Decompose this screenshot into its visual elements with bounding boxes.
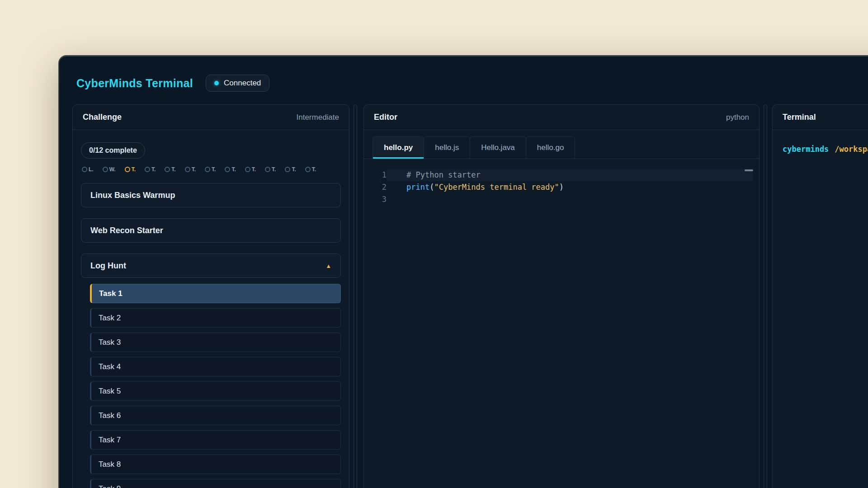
editor-language-label: python: [726, 113, 749, 122]
challenge-panel-header: Challenge Intermediate: [73, 105, 349, 130]
terminal-panel-title: Terminal: [783, 113, 816, 122]
challenge-difficulty-label: Intermediate: [297, 113, 340, 122]
task-list: Task 1Task 2Task 3Task 4Task 5Task 6Task…: [90, 284, 341, 488]
code-editor[interactable]: 1# Python starter2print("CyberMinds term…: [364, 159, 759, 206]
dot-label: T.: [192, 166, 196, 173]
challenge-card[interactable]: Web Recon Starter: [81, 218, 341, 243]
dot-circle-icon: [125, 167, 130, 172]
task-label: Task 5: [99, 387, 121, 396]
editor-panel: Editor python hello.pyhello.jsHello.java…: [363, 104, 760, 488]
dot-circle-icon: [205, 167, 210, 172]
dot-label: W.: [109, 166, 116, 173]
dot-circle-icon: [82, 167, 87, 172]
task-row[interactable]: Task 6: [90, 406, 341, 425]
challenge-card[interactable]: Log Hunt▲: [81, 253, 341, 278]
connection-status-badge: Connected: [206, 75, 269, 92]
challenge-panel-title: Challenge: [83, 113, 122, 122]
panel-resizer-left[interactable]: [354, 104, 357, 488]
code-token: (: [429, 183, 434, 192]
dot-label: T.: [312, 166, 316, 173]
dot-label: T.: [212, 166, 216, 173]
task-row[interactable]: Task 8: [90, 455, 341, 474]
connection-dot-icon: [214, 81, 219, 85]
task-progress-dot[interactable]: T.: [125, 166, 136, 173]
task-row[interactable]: Task 3: [90, 333, 341, 352]
challenge-title: Linux Basics Warmup: [90, 191, 175, 200]
desktop-background: CyberMinds Terminal Connected Challenge …: [0, 0, 868, 488]
task-progress-dot[interactable]: T.: [185, 166, 196, 173]
dot-circle-icon: [103, 167, 108, 172]
line-number: 3: [364, 193, 387, 206]
connection-status-label: Connected: [224, 79, 261, 88]
task-progress-dot[interactable]: T.: [165, 166, 175, 173]
dot-label: L.: [89, 166, 94, 173]
code-text: # Python starter: [387, 169, 753, 181]
task-label: Task 2: [99, 314, 121, 323]
dot-label: T.: [252, 166, 256, 173]
task-progress-dot[interactable]: T.: [245, 166, 256, 173]
editor-panel-header: Editor python: [364, 105, 759, 130]
dot-label: T.: [151, 166, 156, 173]
editor-tab-hello-java[interactable]: Hello.java: [470, 136, 526, 159]
app-header: CyberMinds Terminal Connected: [76, 73, 269, 94]
terminal-prompt-user: cyberminds: [783, 145, 829, 154]
dot-circle-icon: [285, 167, 290, 172]
dot-circle-icon: [265, 167, 270, 172]
code-text: [387, 193, 753, 206]
task-progress-dot[interactable]: T.: [205, 166, 216, 173]
task-label: Task 1: [99, 289, 123, 298]
task-progress-dot[interactable]: T.: [285, 166, 296, 173]
dot-circle-icon: [145, 167, 150, 172]
dot-circle-icon: [245, 167, 250, 172]
line-number: 2: [364, 181, 387, 193]
task-label: Task 9: [99, 484, 121, 488]
dot-label: T.: [292, 166, 296, 173]
challenge-panel-body: 0/12 complete L.W.T.T.T.T.T.T.T.T.T.T. L…: [73, 130, 349, 488]
code-lines: 1# Python starter2print("CyberMinds term…: [364, 169, 759, 206]
editor-tab-hello-go[interactable]: hello.go: [526, 136, 576, 159]
code-line: 2print("CyberMinds terminal ready"): [364, 181, 759, 193]
task-row[interactable]: Task 5: [90, 381, 341, 401]
task-progress-dots: L.W.T.T.T.T.T.T.T.T.T.T.: [81, 166, 341, 173]
terminal-prompt-path: /workspace: [835, 145, 868, 154]
code-line: 1# Python starter: [364, 169, 759, 181]
task-progress-dot[interactable]: T.: [265, 166, 276, 173]
task-row[interactable]: Task 1: [90, 284, 341, 303]
task-label: Task 4: [99, 362, 121, 371]
task-row[interactable]: Task 9: [90, 479, 341, 488]
dot-circle-icon: [225, 167, 230, 172]
task-label: Task 7: [99, 436, 121, 445]
challenge-panel: Challenge Intermediate 0/12 complete L.W…: [72, 104, 349, 488]
task-progress-dot[interactable]: W.: [103, 166, 116, 173]
editor-tab-hello-py[interactable]: hello.py: [373, 136, 424, 159]
dot-label: T.: [171, 166, 175, 173]
terminal-output[interactable]: cyberminds/workspace: [773, 130, 868, 154]
code-token: ): [559, 183, 564, 192]
task-progress-dot[interactable]: L.: [82, 166, 94, 173]
editor-tab-hello-js[interactable]: hello.js: [424, 136, 470, 159]
challenge-title: Web Recon Starter: [90, 226, 163, 235]
task-label: Task 8: [99, 460, 121, 469]
terminal-prompt-line: cyberminds/workspace: [783, 145, 868, 154]
editor-panel-title: Editor: [374, 113, 397, 122]
code-token: "CyberMinds terminal ready": [434, 183, 559, 192]
task-row[interactable]: Task 2: [90, 308, 341, 328]
task-progress-dot[interactable]: T.: [225, 166, 236, 173]
dot-label: T.: [272, 166, 276, 173]
task-progress-dot[interactable]: T.: [145, 166, 156, 173]
task-row[interactable]: Task 7: [90, 430, 341, 450]
code-token: print: [406, 183, 429, 192]
dot-label: T.: [231, 166, 236, 173]
code-text: print("CyberMinds terminal ready"): [387, 181, 753, 193]
challenge-card[interactable]: Linux Basics Warmup: [81, 183, 341, 207]
editor-scrollbar-thumb[interactable]: [745, 169, 753, 171]
challenge-title: Log Hunt: [90, 261, 126, 271]
panel-resizer-right[interactable]: [764, 104, 767, 488]
dot-label: T.: [132, 166, 136, 173]
task-label: Task 3: [99, 338, 121, 347]
challenge-list: Linux Basics WarmupWeb Recon StarterLog …: [81, 183, 341, 488]
task-progress-dot[interactable]: T.: [305, 166, 316, 173]
code-token: # Python starter: [406, 170, 481, 179]
progress-pill: 0/12 complete: [81, 142, 145, 159]
task-row[interactable]: Task 4: [90, 357, 341, 376]
